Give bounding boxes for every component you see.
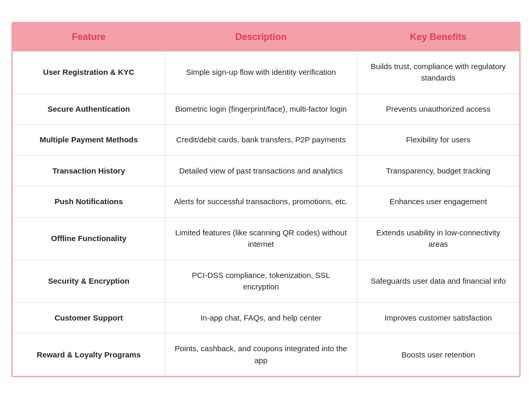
cell-description: Simple sign-up flow with identity verifi…	[165, 51, 357, 94]
header-description: Description	[165, 23, 357, 51]
cell-description: Credit/debit cards, bank transfers, P2P …	[165, 125, 357, 156]
cell-description: Alerts for successful transactions, prom…	[165, 187, 357, 218]
table-row: Security & EncryptionPCI-DSS compliance,…	[13, 260, 520, 302]
table-row: Reward & Loyalty ProgramsPoints, cashbac…	[13, 334, 520, 376]
table-row: Transaction HistoryDetailed view of past…	[13, 155, 520, 187]
cell-description: In-app chat, FAQs, and help center	[165, 302, 357, 334]
cell-key-benefits: Builds trust, compliance with regulatory…	[357, 51, 520, 94]
table-row: Multiple Payment MethodsCredit/debit car…	[13, 125, 520, 156]
cell-key-benefits: Prevents unauthorized access	[357, 94, 520, 125]
cell-feature: Security & Encryption	[13, 260, 165, 302]
table-row: Push NotificationsAlerts for successful …	[13, 187, 520, 218]
table-row: Customer SupportIn-app chat, FAQs, and h…	[13, 302, 520, 334]
cell-key-benefits: Boosts user retention	[357, 334, 520, 376]
cell-feature: Secure Authentication	[13, 94, 165, 125]
cell-feature: Customer Support	[13, 302, 165, 334]
cell-feature: User Registration & KYC	[13, 51, 165, 94]
table-row: Offline FunctionalityLimited features (l…	[13, 217, 520, 260]
features-table-container: Feature Description Key Benefits User Re…	[11, 22, 521, 378]
cell-key-benefits: Flexibility for users	[357, 125, 520, 156]
table-row: User Registration & KYCSimple sign-up fl…	[13, 51, 520, 94]
cell-key-benefits: Transparency, budget tracking	[357, 155, 520, 187]
cell-feature: Reward & Loyalty Programs	[13, 334, 165, 376]
cell-description: Detailed view of past transactions and a…	[165, 155, 357, 187]
cell-description: Biometric login (fingerprint/face), mult…	[165, 94, 357, 125]
cell-feature: Offline Functionality	[13, 217, 165, 260]
cell-feature: Push Notifications	[13, 187, 165, 218]
cell-key-benefits: Extends usability in low-connectivity ar…	[357, 217, 520, 260]
cell-feature: Transaction History	[13, 155, 165, 187]
features-table: Feature Description Key Benefits User Re…	[12, 23, 520, 377]
cell-feature: Multiple Payment Methods	[13, 125, 165, 156]
header-key-benefits: Key Benefits	[357, 23, 520, 51]
table-row: Secure AuthenticationBiometric login (fi…	[13, 94, 520, 125]
cell-key-benefits: Enhances user engagement	[357, 187, 520, 218]
cell-description: Points, cashback, and coupons integrated…	[165, 334, 357, 376]
header-feature: Feature	[13, 23, 165, 51]
cell-description: Limited features (like scanning QR codes…	[165, 217, 357, 260]
table-header-row: Feature Description Key Benefits	[13, 23, 520, 51]
cell-key-benefits: Improves customer satisfaction	[357, 302, 520, 334]
cell-key-benefits: Safeguards user data and financial info	[357, 260, 520, 302]
cell-description: PCI-DSS compliance, tokenization, SSL en…	[165, 260, 357, 302]
